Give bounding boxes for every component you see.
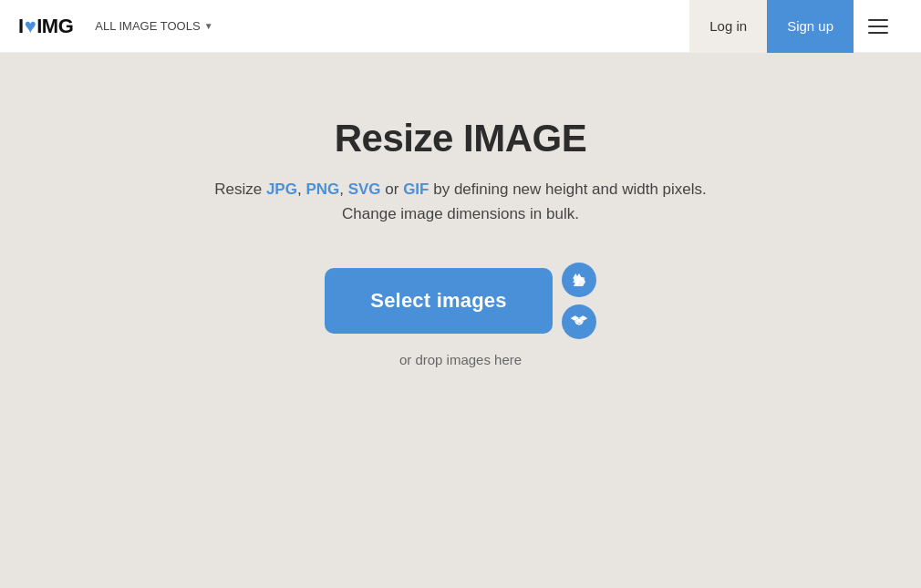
- comma1: ,: [297, 181, 305, 198]
- logo-heart: ♥: [25, 15, 36, 38]
- format-jpg: JPG: [266, 181, 297, 198]
- upload-area: Select images: [325, 263, 595, 339]
- header-left: I ♥ IMG ALL IMAGE TOOLS ▼: [18, 14, 221, 38]
- cloud-upload-icons: [562, 263, 596, 339]
- format-gif: GIF: [403, 181, 429, 198]
- logo[interactable]: I ♥ IMG: [18, 15, 73, 38]
- logo-img: IMG: [36, 15, 73, 38]
- logo-i: I: [18, 15, 24, 38]
- or-text: or: [381, 181, 404, 198]
- all-tools-label: ALL IMAGE TOOLS: [95, 19, 200, 33]
- main-content: Resize IMAGE Resize JPG, PNG, SVG or GIF…: [0, 53, 921, 367]
- drop-text: or drop images here: [399, 352, 522, 367]
- comma2: ,: [339, 181, 347, 198]
- subtitle: Resize JPG, PNG, SVG or GIF by defining …: [214, 177, 707, 226]
- header-right: Log in Sign up: [689, 0, 903, 53]
- dropbox-icon: [570, 313, 588, 331]
- subtitle-suffix: by defining new height and width pixels.: [429, 181, 706, 198]
- hamburger-menu-button[interactable]: [854, 0, 903, 53]
- dropbox-button[interactable]: [562, 304, 596, 339]
- header: I ♥ IMG ALL IMAGE TOOLS ▼ Log in Sign up: [0, 0, 921, 53]
- signup-button[interactable]: Sign up: [767, 0, 854, 53]
- menu-line-2: [868, 26, 888, 27]
- chevron-down-icon: ▼: [204, 21, 213, 31]
- subtitle-prefix: Resize: [214, 181, 266, 198]
- format-png: PNG: [305, 181, 339, 198]
- menu-line-1: [868, 19, 888, 21]
- all-tools-button[interactable]: ALL IMAGE TOOLS ▼: [88, 14, 220, 38]
- login-button[interactable]: Log in: [689, 0, 767, 53]
- format-svg: SVG: [348, 181, 381, 198]
- google-drive-icon: [570, 271, 588, 289]
- google-drive-button[interactable]: [562, 263, 596, 297]
- page-title: Resize IMAGE: [335, 117, 586, 160]
- select-images-button[interactable]: Select images: [325, 268, 552, 334]
- subtitle-line2: Change image dimensions in bulk.: [342, 205, 579, 222]
- menu-line-3: [868, 32, 888, 34]
